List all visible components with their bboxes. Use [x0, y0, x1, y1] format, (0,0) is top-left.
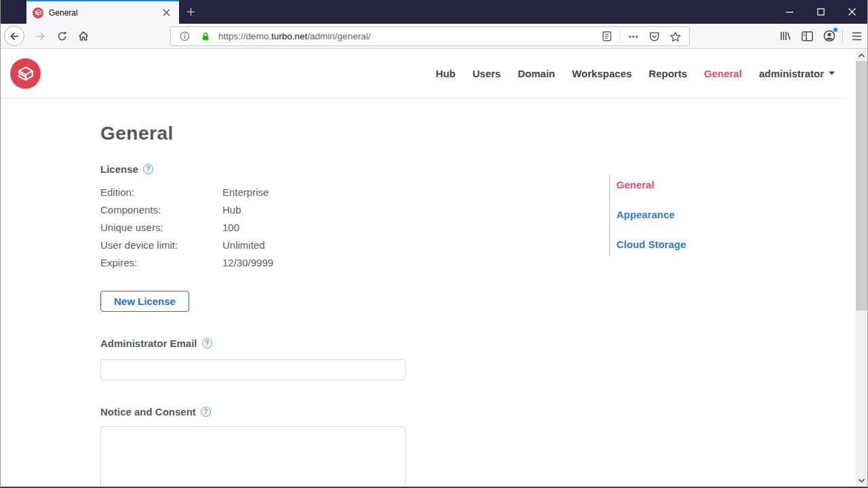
- nav-item-domain[interactable]: Domain: [517, 68, 555, 79]
- page-viewport: Hub Users Domain Workspaces Reports Gene…: [1, 49, 867, 487]
- account-icon[interactable]: [818, 26, 840, 46]
- url-bar[interactable]: https://demo.turbo.net/admin/general/: [170, 26, 690, 46]
- reader-mode-icon[interactable]: [599, 28, 615, 45]
- settings-sidebar: General Appearance Cloud Storage: [609, 174, 745, 256]
- minimize-button[interactable]: [774, 0, 805, 24]
- user-menu-label: administrator: [759, 68, 824, 79]
- close-window-button[interactable]: [836, 0, 867, 24]
- urlbar-separator: [620, 30, 620, 43]
- sidebar-toggle-icon[interactable]: [797, 26, 817, 46]
- tab-close-icon[interactable]: [159, 6, 173, 20]
- new-license-button[interactable]: New License: [100, 291, 189, 312]
- nav-item-hub[interactable]: Hub: [436, 68, 456, 79]
- scroll-up-arrow-icon[interactable]: [856, 49, 867, 61]
- tabbar-left-spacer: [1, 0, 26, 24]
- dropdown-caret-icon: [829, 71, 835, 75]
- notice-consent-section-label: Notice and Consent ?: [100, 406, 406, 418]
- navigation-toolbar: https://demo.turbo.net/admin/general/: [1, 24, 867, 49]
- account-notification-dot: [833, 27, 838, 33]
- license-row-components: Components: Hub: [100, 201, 406, 219]
- admin-email-help-icon[interactable]: ?: [202, 338, 212, 348]
- bookmark-star-icon[interactable]: [667, 28, 684, 45]
- nav-item-reports[interactable]: Reports: [649, 68, 688, 79]
- toolbar-separator: [842, 29, 843, 43]
- notice-consent-heading: Notice and Consent: [100, 406, 196, 418]
- url-path: /admin/general/: [307, 31, 370, 41]
- nav-item-workspaces[interactable]: Workspaces: [572, 68, 631, 79]
- window-controls: [774, 0, 867, 24]
- sidebar-item-general[interactable]: General: [616, 180, 745, 190]
- url-text[interactable]: https://demo.turbo.net/admin/general/: [218, 31, 594, 41]
- notice-consent-textarea[interactable]: [100, 426, 406, 487]
- site-header: Hub Users Domain Workspaces Reports Gene…: [1, 49, 846, 98]
- vertical-scrollbar[interactable]: [856, 49, 867, 487]
- page-title: General: [100, 122, 406, 145]
- pocket-icon[interactable]: [646, 28, 663, 45]
- license-row-device-limit: User device limit: Unlimited: [100, 237, 406, 254]
- forward-button[interactable]: [30, 26, 50, 46]
- maximize-button[interactable]: [805, 0, 836, 24]
- url-domain: turbo.net: [271, 31, 307, 41]
- user-menu[interactable]: administrator: [759, 68, 835, 79]
- library-icon[interactable]: [775, 26, 795, 46]
- license-section-label: License ?: [100, 163, 406, 175]
- https-lock-icon[interactable]: [197, 28, 214, 45]
- page-actions-icon[interactable]: [625, 28, 642, 45]
- license-row-edition: Edition: Enterprise: [100, 184, 406, 201]
- admin-email-heading: Administrator Email: [100, 338, 197, 349]
- browser-tab-general[interactable]: General: [26, 0, 179, 24]
- license-details: Edition: Enterprise Components: Hub Uniq…: [100, 184, 406, 272]
- license-row-expires: Expires: 12/30/9999: [100, 254, 406, 272]
- tab-title: General: [49, 8, 154, 18]
- nav-item-users[interactable]: Users: [473, 68, 501, 79]
- url-prefix: https://demo.: [218, 31, 271, 41]
- nav-item-general[interactable]: General: [704, 68, 742, 79]
- titlebar-drag-area: [202, 0, 774, 24]
- top-navigation: Hub Users Domain Workspaces Reports Gene…: [436, 49, 835, 98]
- scroll-down-arrow-icon[interactable]: [856, 474, 867, 486]
- scrollbar-thumb[interactable]: [856, 61, 867, 310]
- titlebar: General: [1, 0, 867, 24]
- new-tab-button[interactable]: [179, 0, 202, 24]
- browser-window: General: [0, 0, 868, 488]
- site-info-icon[interactable]: [176, 28, 193, 45]
- back-button[interactable]: [4, 26, 24, 46]
- admin-email-section-label: Administrator Email ?: [100, 338, 406, 349]
- license-help-icon[interactable]: ?: [143, 164, 153, 174]
- license-heading: License: [100, 163, 138, 175]
- sidebar-item-cloud-storage[interactable]: Cloud Storage: [616, 239, 745, 249]
- turbo-favicon-icon: [33, 7, 43, 18]
- turbo-logo-icon[interactable]: [10, 58, 41, 89]
- hamburger-menu-icon[interactable]: [846, 26, 867, 46]
- sidebar-item-appearance[interactable]: Appearance: [616, 209, 745, 220]
- home-button[interactable]: [73, 26, 94, 46]
- reload-button[interactable]: [52, 26, 72, 46]
- license-row-unique-users: Unique users: 100: [100, 219, 406, 237]
- notice-consent-help-icon[interactable]: ?: [201, 407, 211, 417]
- admin-email-input[interactable]: [100, 359, 406, 380]
